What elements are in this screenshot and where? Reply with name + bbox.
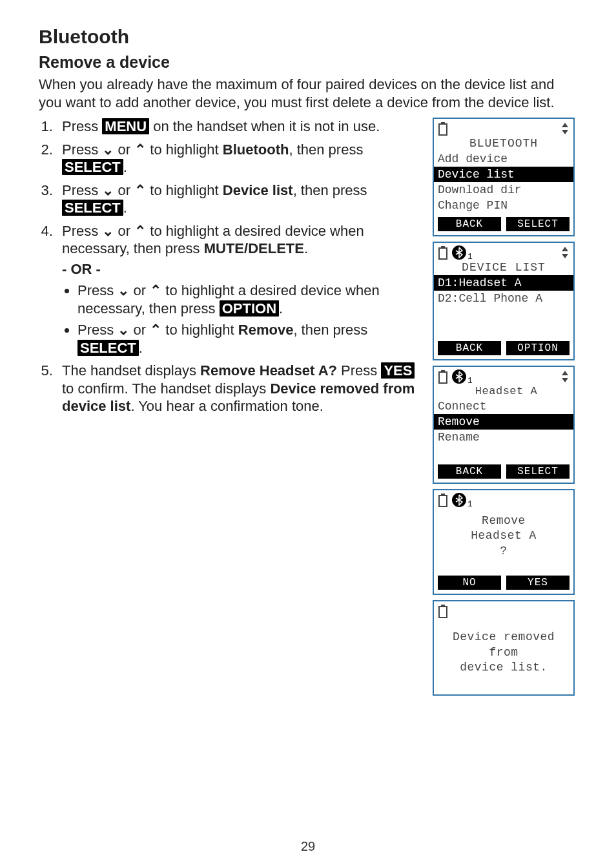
option-item-selected[interactable]: Remove: [434, 414, 573, 430]
scroll-arrows-icon: [560, 245, 570, 260]
softkey-back[interactable]: BACK: [438, 341, 501, 355]
svg-rect-5: [439, 248, 447, 259]
chevron-up-icon: ⌃: [150, 282, 161, 298]
step-4a: Press ⌄ or ⌃ to highlight a desired devi…: [77, 282, 426, 317]
svg-marker-10: [562, 371, 568, 375]
chevron-down-icon: ⌄: [118, 282, 129, 298]
step-1: Press MENU on the handset when it is not…: [57, 118, 426, 136]
softkey-select[interactable]: SELECT: [506, 217, 570, 231]
softkey-back[interactable]: BACK: [438, 464, 501, 479]
step-4: Press ⌄ or ⌃ to highlight a desired devi…: [57, 222, 426, 357]
screen-device-list: 1 DEVICE LIST D1:Headset A D2:Cell Phone…: [433, 242, 575, 360]
menu-item[interactable]: Change PIN: [434, 198, 573, 213]
step-5: The handset displays Remove Headset A? P…: [57, 362, 426, 415]
battery-icon: [438, 604, 448, 618]
chevron-down-icon: ⌄: [102, 141, 114, 158]
svg-rect-1: [439, 124, 447, 135]
select-button-label: SELECT: [62, 159, 123, 175]
status-message: Device removed from device list.: [434, 618, 573, 694]
svg-marker-3: [562, 130, 568, 134]
or-label: - OR -: [62, 260, 426, 278]
step-2: Press ⌄ or ⌃ to highlight Bluetooth, the…: [57, 141, 426, 176]
option-item[interactable]: Connect: [434, 399, 573, 414]
battery-icon: [438, 121, 448, 136]
chevron-down-icon: ⌄: [118, 322, 129, 338]
chevron-up-icon: ⌃: [150, 322, 161, 338]
chevron-down-icon: ⌄: [102, 182, 114, 198]
screens-column: BLUETOOTH Add device Device list Downloa…: [433, 118, 575, 696]
svg-marker-6: [562, 247, 568, 251]
confirm-message: Remove Headset A ?: [434, 507, 573, 572]
bluetooth-icon: 1: [452, 369, 473, 384]
softkey-yes[interactable]: YES: [506, 576, 570, 590]
page-title: Bluetooth: [39, 26, 577, 48]
yes-button-label: YES: [381, 362, 415, 379]
battery-icon: [438, 369, 448, 384]
battery-icon: [438, 493, 448, 507]
svg-marker-11: [562, 378, 568, 382]
device-item-selected[interactable]: D1:Headset A: [434, 275, 573, 291]
chevron-up-icon: ⌃: [134, 182, 146, 198]
svg-marker-7: [562, 254, 568, 258]
menu-item-selected[interactable]: Device list: [434, 167, 573, 182]
menu-button-label: MENU: [102, 118, 149, 134]
screen-title: Headset A: [439, 385, 573, 397]
menu-item[interactable]: Add device: [434, 151, 573, 167]
scroll-arrows-icon: [560, 121, 570, 136]
scroll-arrows-icon: [560, 369, 570, 384]
device-item[interactable]: D2:Cell Phone A: [434, 291, 573, 306]
select-button-label: SELECT: [62, 200, 123, 216]
menu-item[interactable]: Download dir: [434, 182, 573, 198]
option-item[interactable]: Rename: [434, 430, 573, 445]
chevron-up-icon: ⌃: [134, 223, 146, 239]
svg-rect-15: [439, 607, 447, 618]
intro-text: When you already have the maximum of fou…: [39, 76, 577, 111]
screen-title: BLUETOOTH: [434, 137, 573, 150]
softkey-no[interactable]: NO: [438, 576, 501, 590]
step-4b: Press ⌄ or ⌃ to highlight Remove, then p…: [77, 321, 426, 357]
section-title: Remove a device: [39, 53, 577, 72]
steps-column: Press MENU on the handset when it is not…: [39, 118, 426, 421]
softkey-option[interactable]: OPTION: [506, 341, 570, 355]
screen-removed-confirmation: Device removed from device list.: [433, 600, 575, 696]
chevron-down-icon: ⌄: [102, 223, 114, 239]
battery-icon: [438, 245, 448, 260]
screen-title: DEVICE LIST: [434, 261, 573, 274]
screen-device-options: 1 Headset A Connect Remove Rename BACK S…: [433, 366, 575, 484]
page-number: 29: [0, 839, 616, 854]
softkey-back[interactable]: BACK: [438, 217, 501, 231]
chevron-up-icon: ⌃: [134, 141, 146, 158]
screen-confirm-remove: 1 Remove Headset A ? NO YES: [433, 489, 575, 595]
svg-rect-9: [439, 372, 447, 383]
bluetooth-icon: 1: [452, 493, 473, 507]
step-3: Press ⌄ or ⌃ to highlight Device list, t…: [57, 182, 426, 217]
svg-marker-2: [562, 123, 568, 127]
svg-rect-13: [439, 495, 447, 506]
screen-bluetooth-menu: BLUETOOTH Add device Device list Downloa…: [433, 118, 575, 236]
select-button-label: SELECT: [77, 340, 139, 356]
softkey-select[interactable]: SELECT: [506, 464, 570, 479]
option-button-label: OPTION: [220, 300, 279, 317]
bluetooth-icon: 1: [452, 245, 473, 260]
